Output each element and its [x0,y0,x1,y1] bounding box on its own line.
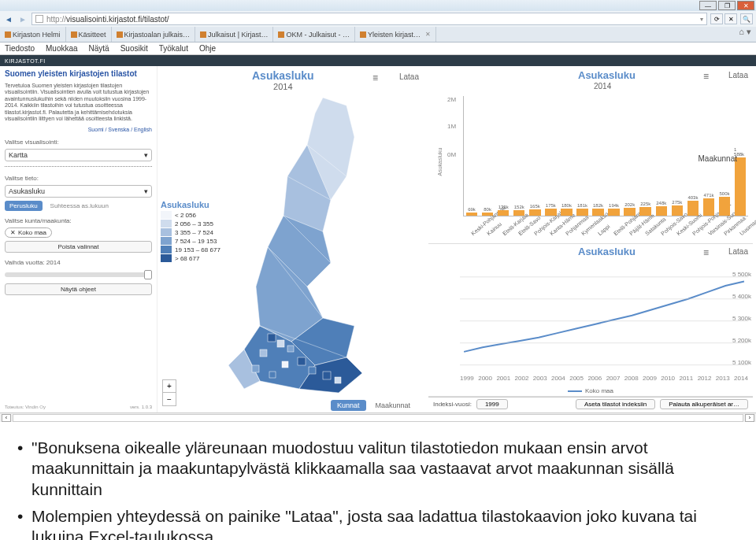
sidebar-footer: Toteutus: Vindin Oyvers. 1.0.3 [5,405,152,409]
menu-edit[interactable]: Muokkaa [46,44,78,53]
address-bar[interactable]: http://visualisointi.kirjastot.fi/tilast… [32,13,707,25]
bar[interactable]: 180kPohjanmaa [560,203,573,215]
minimize-button[interactable]: — [699,1,717,10]
bar[interactable]: 80kKainuu [481,207,494,216]
set-index-button[interactable]: Aseta tilastot indeksiin [576,399,655,409]
site-header: KIRJASTOT.FI [0,55,756,66]
forward-button[interactable]: ► [17,13,28,24]
home-button[interactable]: ⌂ ▾ [734,27,756,42]
browser-tab[interactable]: Julkaisut | Kirjast… [195,27,273,42]
reset-button[interactable]: Palauta alkuperäiset ar… [660,399,748,409]
zoom-out-button[interactable]: − [163,393,176,405]
bar[interactable]: 225kSatakunta [639,202,652,215]
language-links[interactable]: Suomi / Svenska / English [5,127,152,132]
menu-view[interactable]: Näytä [89,44,109,53]
scroll-right-icon[interactable]: › [745,414,754,422]
map-panel: Asukasluku 2014 ≡ Lataa Asukasluku < 2 0… [158,66,425,412]
line-chart-title: Asukasluku [578,246,636,257]
tab-icon [5,31,11,38]
bar-ylabel: Asukasluku [437,147,443,176]
close-window-button[interactable]: ✕ [737,1,754,10]
bar[interactable]: 152kEtelä-Savo [513,205,525,216]
svg-rect-9 [277,340,284,347]
year-slider[interactable] [5,272,152,277]
bar[interactable]: 175kKanta-Häme [544,203,557,215]
menu-tools[interactable]: Työkalut [159,44,188,53]
back-button[interactable]: ◄ [3,13,14,24]
menu-help[interactable]: Ohje [199,44,216,53]
browser-tab[interactable]: OKM - Julkaisut - … [273,27,355,42]
hamburger-icon[interactable]: ≡ [703,247,709,258]
download-map-button[interactable]: Lataa [399,72,419,81]
finland-map[interactable] [213,90,410,397]
dropdown-icon[interactable]: ▾ [700,16,703,23]
toggle-maakunnat[interactable]: Maakunnat [369,400,417,411]
line-chart-block: Asukasluku ≡ Lataa 5 500k 5 400k 5 300k … [428,244,753,397]
horizontal-scrollbar[interactable]: ‹ › [0,412,756,422]
pill-perusluku[interactable]: Perusluku [5,201,43,211]
menu-fav[interactable]: Suosikit [120,44,148,53]
tieto-select[interactable]: Asukasluku▾ [5,185,152,198]
stop-button[interactable]: ✕ [724,13,737,24]
bullet-1: "Bonuksena oikealle yläreunaan muodostuu… [17,438,739,500]
vis-select[interactable]: Kartta▾ [5,149,152,161]
index-year-value[interactable]: 1999 [476,399,508,409]
search-button[interactable]: 🔍 [740,13,753,24]
svg-rect-14 [323,372,331,379]
toggle-kunnat[interactable]: Kunnat [331,400,366,411]
close-tab-icon[interactable]: ✕ [425,31,431,38]
bar[interactable]: 403kPohjois-Pohjanmaa [687,195,699,216]
browser-tab[interactable]: Kirjastoalan julkais… [112,27,196,42]
hamburger-icon[interactable]: ≡ [703,71,709,82]
legend-row: 19 153 – 68 677 [161,246,220,253]
legend-row: 2 056 – 3 355 [161,220,220,227]
bar[interactable]: 182kLappi [592,203,605,215]
window-titlebar: — ❐ ✕ [0,0,756,11]
download-line-button[interactable]: Lataa [728,247,748,256]
clear-selection-button[interactable]: Poista valinnat [5,241,152,253]
chip-koko-maa[interactable]: ✕Koko maa [5,227,52,238]
menu-file[interactable]: Tiedosto [5,44,35,53]
sidebar-description: Tervetuloa Suomen yleisten kirjastojen t… [5,83,152,122]
bar[interactable]: 471kVarsinais-Suomi [702,193,715,216]
bar[interactable]: 500kPirkanmaa [718,191,731,215]
bar[interactable]: 181kKymenlaakso [576,203,588,215]
divider [5,166,152,167]
browser-tab[interactable]: Kirjaston Helmi [0,27,66,42]
svg-rect-11 [260,350,267,357]
refresh-button[interactable]: ⟳ [710,13,723,24]
svg-rect-18 [269,372,276,378]
bar[interactable]: 275kKeski-Suomi [671,200,684,216]
slider-knob[interactable] [144,270,152,279]
toolbar: ◄ ► http://visualisointi.kirjastot.fi/ti… [0,11,756,27]
line-chart-area[interactable] [460,271,748,371]
tab-icon [117,31,123,38]
bar[interactable]: 132kEtelä-Karjala [497,205,510,215]
download-bar-button[interactable]: Lataa [728,71,748,80]
legend-swatch [161,254,172,262]
bar-footer-label: Maakunnat [699,154,737,163]
bar[interactable]: 165kPohjois-Karjala [528,204,541,216]
legend-swatch [161,220,172,227]
browser-tab[interactable]: Käsitteet [66,27,112,42]
scroll-left-icon[interactable]: ‹ [2,414,11,422]
bar[interactable]: 194kEtelä-Pohjanmaa [608,203,621,216]
close-icon[interactable]: ✕ [10,229,16,236]
browser-tab-active[interactable]: Yleisten kirjast…✕ [355,27,436,42]
map-title: Asukasluku [252,69,314,82]
bar[interactable]: 248kPohjois-Savo [655,201,668,215]
svg-rect-8 [268,334,276,342]
svg-rect-10 [287,346,294,352]
bar[interactable]: 202kPäijät-Häme [624,202,636,215]
map-legend: Asukasluku < 2 0562 056 – 3 3553 355 – 7… [161,200,220,263]
scroll-track[interactable] [13,414,743,422]
tab-bar: Kirjaston Helmi Käsitteet Kirjastoalan j… [0,27,756,43]
hamburger-icon[interactable]: ≡ [372,72,378,83]
zoom-in-button[interactable]: + [163,380,176,393]
legend-row: 3 355 – 7 524 [161,228,220,236]
restore-button[interactable]: ❐ [718,1,736,10]
pill-suhteessa[interactable]: Suhteessa as.lukuun [46,201,113,211]
guide-button[interactable]: Näytä ohjeet [5,283,152,295]
tieto-label: Valitse tieto: [5,175,152,182]
bar[interactable]: 69kKeski-Pohjanmaa [465,207,478,215]
